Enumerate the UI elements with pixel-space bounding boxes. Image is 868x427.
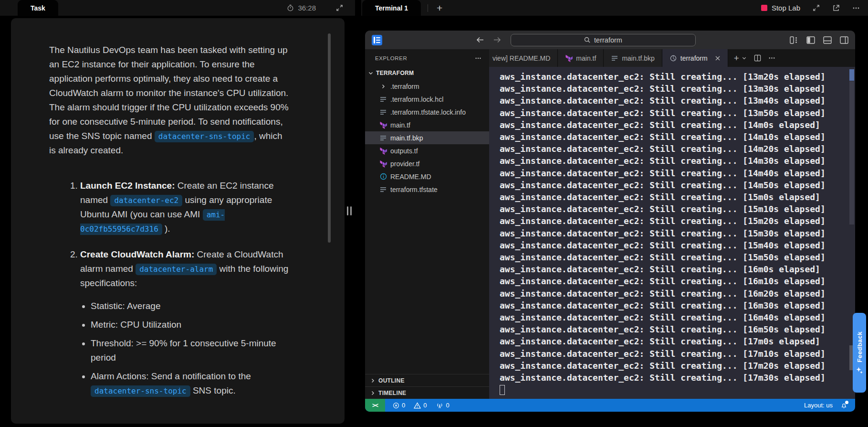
text-run: Metric: CPU Utilization xyxy=(91,320,181,330)
file-.terraform.lock.hcl[interactable]: .terraform.lock.hcl xyxy=(365,93,489,106)
list-icon xyxy=(611,54,618,62)
more-icon[interactable] xyxy=(852,4,860,12)
external-link-icon[interactable] xyxy=(832,4,840,12)
terminal-line: aws_instance.datacenter_ec2: Still creat… xyxy=(500,71,855,83)
editor-tab-main.tf[interactable]: main.tf xyxy=(558,49,604,67)
terminal-line: aws_instance.datacenter_ec2: Still creat… xyxy=(500,239,855,251)
stop-icon xyxy=(761,5,767,11)
info-icon xyxy=(379,173,387,181)
section-timeline[interactable]: TIMELINE xyxy=(365,386,489,399)
file-main.tf.bkp[interactable]: main.tf.bkp xyxy=(365,131,489,144)
terminal-line: aws_instance.datacenter_ec2: Still creat… xyxy=(500,335,855,347)
terminal-line: aws_instance.datacenter_ec2: Still creat… xyxy=(500,95,855,107)
terminal-line: aws_instance.datacenter_ec2: Still creat… xyxy=(500,323,855,335)
terminal-line: aws_instance.datacenter_ec2: Still creat… xyxy=(500,227,855,239)
terminal-line: aws_instance.datacenter_ec2: Still creat… xyxy=(500,311,855,323)
terminal-line: aws_instance.datacenter_ec2: Still creat… xyxy=(500,299,855,311)
arrow-right-icon[interactable] xyxy=(493,36,501,43)
task-content: The Nautilus DevOps team has been tasked… xyxy=(11,18,345,424)
search-value: terraform xyxy=(594,36,622,44)
warning-icon xyxy=(414,402,421,409)
tab-label: view] README.MD xyxy=(492,54,550,62)
status-bar: >< 0 0 0 Layout: us xyxy=(365,399,855,412)
terraform-icon xyxy=(379,160,387,168)
file-README.MD[interactable]: README.MD xyxy=(365,170,489,183)
bell-icon[interactable] xyxy=(840,402,847,409)
file-.terraform.tfstate.lock.info[interactable]: .terraform.tfstate.lock.info xyxy=(365,106,489,118)
file-label: .terraform.tfstate.lock.info xyxy=(390,108,466,116)
explorer-more-icon[interactable] xyxy=(475,55,481,62)
file-main.tf[interactable]: main.tf xyxy=(365,118,489,131)
task-scrollbar[interactable] xyxy=(328,33,331,243)
terminal-line: aws_instance.datacenter_ec2: Still creat… xyxy=(500,215,855,227)
vscode-window: terraform EXPLORER xyxy=(365,31,855,412)
search-icon xyxy=(584,37,590,43)
stopwatch-icon xyxy=(287,4,294,11)
ports-indicator[interactable]: 0 xyxy=(436,402,449,409)
terminal-line: aws_instance.datacenter_ec2: Still creat… xyxy=(500,143,855,155)
text-run: Alarm Actions: Send a notification to th… xyxy=(91,371,251,381)
text-run: The Nautilus DevOps team has been tasked… xyxy=(49,45,289,141)
file-label: .terraform xyxy=(390,83,419,90)
tab-task-label: Task xyxy=(31,4,45,12)
editor-tab-view-README.MD[interactable]: view] README.MD xyxy=(489,49,558,67)
inline-code: datacenter-alarm xyxy=(136,264,217,275)
terminal-line: aws_instance.datacenter_ec2: Still creat… xyxy=(500,155,855,167)
task-step-2: Create CloudWatch Alarm: Create a CloudW… xyxy=(80,247,291,398)
file-label: provider.tf xyxy=(390,160,419,168)
console-icon xyxy=(669,54,677,62)
arrow-left-icon[interactable] xyxy=(476,36,484,43)
panel-right-icon[interactable] xyxy=(840,36,848,44)
list-icon xyxy=(379,96,387,103)
panel-resize-handle[interactable] xyxy=(347,206,352,215)
text-run: Statistic: Average xyxy=(91,301,160,311)
folder-.terraform[interactable]: .terraform xyxy=(365,80,489,93)
bullet-item: Threshold: >= 90% for 1 consecutive 5-mi… xyxy=(91,336,291,365)
panel-left-icon[interactable] xyxy=(806,36,815,44)
layout-indicator[interactable]: Layout: us xyxy=(804,402,833,409)
terminal-line: aws_instance.datacenter_ec2: Still creat… xyxy=(500,179,855,191)
add-terminal-icon[interactable]: + xyxy=(734,53,739,64)
command-center-search[interactable]: terraform xyxy=(511,34,696,46)
expand-icon[interactable] xyxy=(336,4,343,11)
file-label: main.tf.bkp xyxy=(390,134,423,142)
panel-bottom-icon[interactable] xyxy=(823,36,832,44)
stop-lab-button[interactable]: Stop Lab xyxy=(761,4,800,12)
feedback-button[interactable]: Feedback xyxy=(853,313,866,393)
terminal-line: aws_instance.datacenter_ec2: Still creat… xyxy=(500,275,855,287)
terminal-output[interactable]: aws_instance.datacenter_ec2: Still creat… xyxy=(489,67,855,399)
tab-terminal-1[interactable]: Terminal 1 xyxy=(362,0,421,16)
split-editor-icon[interactable] xyxy=(754,54,761,62)
close-icon[interactable] xyxy=(715,55,721,61)
terminal-cursor xyxy=(500,385,505,395)
editor-tab-main.tf.bkp[interactable]: main.tf.bkp xyxy=(604,49,662,67)
workspace-section-terraform[interactable]: TERRAFORM xyxy=(365,67,489,79)
task-window-topbar: Task 36:28 xyxy=(0,0,355,16)
file-outputs.tf[interactable]: outputs.tf xyxy=(365,144,489,157)
tab-task[interactable]: Task xyxy=(18,0,58,16)
customize-layout-icon[interactable] xyxy=(790,36,798,44)
stop-lab-label: Stop Lab xyxy=(772,4,800,12)
file-provider.tf[interactable]: provider.tf xyxy=(365,157,489,170)
chevron-down-icon[interactable] xyxy=(742,55,747,61)
new-terminal-tab-button[interactable]: + xyxy=(433,2,446,14)
remote-indicator[interactable]: >< xyxy=(365,399,385,412)
editor-tabbar: view] README.MDmain.tfmain.tf.bkpterrafo… xyxy=(489,49,855,67)
terminal-line: aws_instance.datacenter_ec2: Still creat… xyxy=(500,131,855,143)
more-icon[interactable] xyxy=(768,54,775,62)
menu-icon[interactable] xyxy=(372,35,382,45)
expand-icon[interactable] xyxy=(813,4,820,11)
text-run: ). xyxy=(162,224,170,234)
file-terraform.tfstate[interactable]: terraform.tfstate xyxy=(365,183,489,196)
section-outline[interactable]: OUTLINE xyxy=(365,374,489,386)
task-step-1: Launch EC2 Instance: Create an EC2 insta… xyxy=(80,179,291,236)
editor-tab-terraform[interactable]: terraform xyxy=(662,49,728,67)
terminal-line: aws_instance.datacenter_ec2: Still creat… xyxy=(500,119,855,131)
task-timer: 36:28 xyxy=(287,4,316,12)
timer-value: 36:28 xyxy=(298,4,316,12)
tab-label: main.tf.bkp xyxy=(622,54,654,62)
sparkle-icon xyxy=(856,367,863,374)
problems-indicator[interactable]: 0 0 xyxy=(393,402,427,409)
task-steps: Launch EC2 Instance: Create an EC2 insta… xyxy=(49,179,291,398)
terraform-icon xyxy=(379,121,387,129)
